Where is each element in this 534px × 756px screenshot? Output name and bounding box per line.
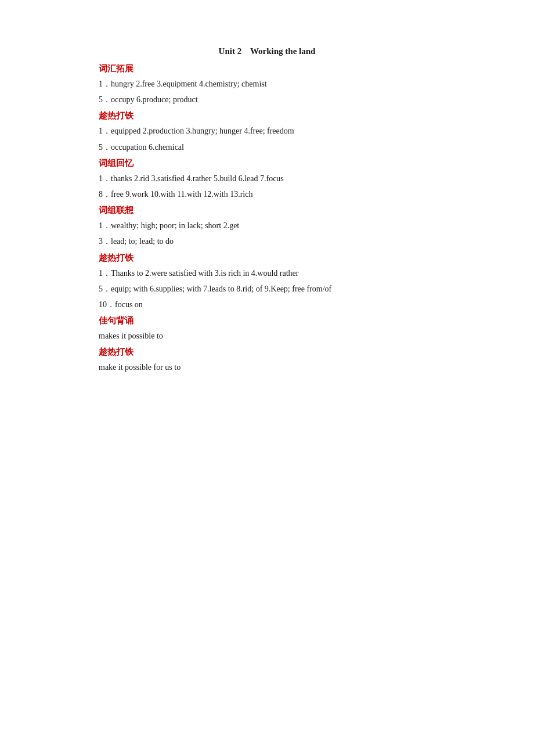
line-qure3-1: make it possible for us to	[99, 360, 435, 375]
heading-qure-3: 趁热打铁	[99, 347, 435, 358]
line-cizu1: 1．thanks 2.rid 3.satisfied 4.rather 5.bu…	[99, 171, 435, 186]
section-qure-1: 趁热打铁 1．equipped 2.production 3.hungry; h…	[99, 110, 435, 154]
line-qure2-2: 5．equip; with 6.supplies; with 7.leads t…	[99, 282, 435, 296]
section-cihui-tuozhan: 词汇拓展 1．hungry 2.free 3.equipment 4.chemi…	[99, 63, 435, 107]
section-cizu-huiyi: 词组回忆 1．thanks 2.rid 3.satisfied 4.rather…	[99, 158, 435, 201]
page: Unit 2 Working the land 词汇拓展 1．hungry 2.…	[0, 0, 534, 756]
page-title: Unit 2 Working the land	[99, 46, 435, 56]
line-qure2-1: 1．Thanks to 2.were satisfied with 3.is r…	[99, 266, 435, 280]
line-cihui-1: 1．hungry 2.free 3.equipment 4.chemistry;…	[99, 77, 435, 91]
line-qure1-1: 1．equipped 2.production 3.hungry; hunger…	[99, 124, 435, 138]
unit-subtitle: Working the land	[250, 46, 316, 56]
heading-jiaju: 佳句背诵	[99, 315, 435, 326]
heading-cizu-huiyi: 词组回忆	[99, 158, 435, 169]
heading-cihui-tuozhan: 词汇拓展	[99, 63, 435, 74]
section-cizu-lianxiang: 词组联想 1．wealthy; high; poor; in lack; sho…	[99, 205, 435, 249]
heading-qure-1: 趁热打铁	[99, 110, 435, 121]
unit-label: Unit 2	[219, 46, 242, 56]
line-qure2-3: 10．focus on	[99, 297, 435, 312]
section-jiaju: 佳句背诵 makes it possible to	[99, 315, 435, 343]
line-cizu2: 8．free 9.work 10.with 11.with 12.with 13…	[99, 187, 435, 201]
line-lianxiang2: 3．lead; to; lead; to do	[99, 234, 435, 249]
heading-qure-2: 趁热打铁	[99, 253, 435, 264]
line-jiaju1: makes it possible to	[99, 329, 435, 343]
line-lianxiang1: 1．wealthy; high; poor; in lack; short 2.…	[99, 218, 435, 233]
section-qure-2: 趁热打铁 1．Thanks to 2.were satisfied with 3…	[99, 253, 435, 312]
section-qure-3: 趁热打铁 make it possible for us to	[99, 347, 435, 375]
line-cihui-2: 5．occupy 6.produce; product	[99, 92, 435, 107]
heading-cizu-lianxiang: 词组联想	[99, 205, 435, 216]
line-qure1-2: 5．occupation 6.chemical	[99, 140, 435, 154]
